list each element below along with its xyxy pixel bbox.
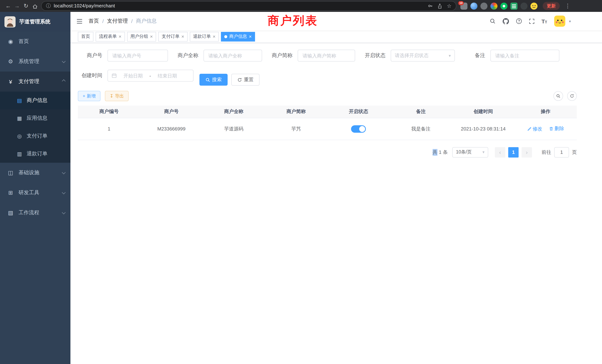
password-key-icon[interactable]: [428, 3, 433, 9]
start-date-input[interactable]: [119, 73, 148, 78]
refresh-icon: [237, 77, 242, 82]
sidebar-item-refund-order[interactable]: ▥ 退款订单: [0, 145, 70, 163]
back-icon[interactable]: ←: [4, 0, 13, 12]
logo-avatar: [4, 16, 16, 27]
tab-home[interactable]: 首页: [78, 32, 93, 41]
sidebar-item-app-info[interactable]: ▦ 应用信息: [0, 109, 70, 127]
download-icon: ↧: [110, 93, 113, 99]
toggle-search-button[interactable]: [553, 91, 563, 101]
merchant-no-label: 商户号: [78, 52, 108, 59]
short-name-input[interactable]: [298, 50, 355, 62]
github-icon[interactable]: [503, 18, 509, 24]
status-select[interactable]: 请选择开启状态 ▾: [391, 50, 455, 62]
sidebar-item-payment[interactable]: ¥ 支付管理: [0, 72, 70, 92]
sidebar-item-merchant-info[interactable]: ▤ 商户信息: [0, 92, 70, 109]
breadcrumb-home[interactable]: 首页: [89, 18, 99, 24]
share-icon[interactable]: [438, 3, 442, 9]
breadcrumb-payment[interactable]: 支付管理: [107, 18, 128, 24]
sidebar-item-label: 系统管理: [19, 58, 39, 65]
merchant-card-icon: ▤: [16, 97, 23, 103]
sidebar-item-devtools[interactable]: ⊞ 研发工具: [0, 183, 70, 203]
close-icon[interactable]: ×: [249, 34, 252, 39]
extension-color-icon[interactable]: [490, 2, 497, 10]
page-unit-label: 页: [572, 149, 577, 156]
page-number-1[interactable]: 1: [508, 147, 519, 157]
extension-green-square-icon[interactable]: [510, 2, 517, 10]
delete-button[interactable]: 删除: [549, 126, 564, 132]
extensions-puzzle-icon[interactable]: 10: [460, 2, 467, 10]
search-icon[interactable]: [490, 18, 495, 24]
tab-pay-order[interactable]: 支付订单 ×: [158, 32, 187, 41]
status-label: 开启状态: [361, 52, 391, 59]
date-range-picker[interactable]: -: [108, 70, 194, 82]
search-button[interactable]: 搜索: [199, 74, 228, 86]
close-icon[interactable]: ×: [181, 34, 184, 39]
browser-menu-icon[interactable]: ⋮: [565, 3, 570, 9]
cell-remark: 我是备注: [390, 118, 452, 140]
bookmark-star-icon[interactable]: ☆: [447, 3, 452, 9]
sidebar-item-system[interactable]: ⚙ 系统管理: [0, 52, 70, 72]
export-button[interactable]: ↧ 导出: [105, 91, 129, 101]
app-logo[interactable]: 芋道管理系统: [0, 12, 70, 32]
browser-update-button[interactable]: 更新: [543, 2, 560, 10]
sidebar-item-pay-order[interactable]: ◎ 支付订单: [0, 127, 70, 145]
page-size-select[interactable]: 10条/页 ▾: [452, 147, 488, 157]
fullscreen-icon[interactable]: [529, 18, 534, 24]
edit-label: 修改: [533, 126, 542, 132]
sidebar-item-label: 支付订单: [27, 133, 47, 139]
merchant-no-input[interactable]: [108, 50, 168, 62]
profile-avatar-icon[interactable]: [530, 2, 538, 10]
sidebar-item-workflow[interactable]: ▧ 工作流程: [0, 203, 70, 223]
col-merchant-no: 商户号: [140, 106, 203, 118]
sidebar-item-label: 研发工具: [19, 189, 39, 196]
extension-green-circle-icon[interactable]: [500, 2, 507, 10]
home-icon[interactable]: [30, 0, 39, 12]
forward-icon[interactable]: →: [13, 0, 22, 12]
close-icon[interactable]: ×: [119, 34, 121, 39]
refund-doc-icon: ▥: [16, 151, 23, 157]
search-icon: [556, 94, 560, 98]
status-switch[interactable]: [351, 125, 366, 132]
total-suffix: 条: [443, 149, 448, 156]
total-prefix: 共: [433, 149, 437, 156]
page-jumper: 前往 页: [542, 147, 577, 157]
end-date-input[interactable]: [153, 73, 182, 78]
reload-icon[interactable]: ↻: [22, 0, 30, 12]
table-toolbar: + 新增 ↧ 导出: [78, 91, 577, 101]
sidebar-item-infra[interactable]: ◫ 基础设施: [0, 163, 70, 183]
sidebar-item-home[interactable]: ◉ 首页: [0, 32, 70, 52]
devtools-icon: ⊞: [7, 189, 14, 196]
tab-merchant-info[interactable]: 商户信息 ×: [221, 32, 255, 41]
help-icon[interactable]: [516, 18, 522, 24]
font-size-icon[interactable]: TT: [541, 18, 547, 24]
browser-chrome: ← → ↻ ⓘ localhost:1024/pay/merchant ☆ 10: [0, 0, 602, 12]
full-name-input[interactable]: [204, 50, 262, 62]
close-icon[interactable]: ×: [213, 34, 215, 39]
add-button[interactable]: + 新增: [78, 91, 100, 101]
prev-page-button[interactable]: ‹: [495, 147, 505, 157]
tab-refund-order[interactable]: 退款订单 ×: [190, 32, 219, 41]
chevron-down-icon: [62, 210, 66, 214]
edit-button[interactable]: 修改: [527, 126, 542, 132]
delete-label: 删除: [555, 126, 564, 132]
next-page-button[interactable]: ›: [522, 147, 532, 157]
address-bar[interactable]: ⓘ localhost:1024/pay/merchant ☆: [42, 1, 456, 10]
refresh-table-button[interactable]: [567, 91, 577, 101]
cell-full-name: 芋道源码: [203, 118, 265, 140]
user-avatar[interactable]: [554, 16, 565, 27]
tab-user-group[interactable]: 用户分组 ×: [127, 32, 156, 41]
tab-process-form[interactable]: 流程表单 ×: [96, 32, 125, 41]
goto-page-input[interactable]: [554, 147, 569, 157]
hamburger-icon[interactable]: [70, 18, 89, 24]
extension-gray-icon[interactable]: [480, 2, 487, 10]
extension-drop-icon[interactable]: [470, 2, 477, 10]
extension-dark-icon[interactable]: [520, 2, 527, 10]
reset-button[interactable]: 重置: [231, 74, 259, 86]
remark-input[interactable]: [490, 50, 559, 62]
sidebar-item-label: 工作流程: [19, 209, 39, 216]
site-info-icon[interactable]: ⓘ: [46, 3, 51, 9]
breadcrumb-current: 商户信息: [136, 18, 157, 24]
extension-toolbar: 10: [460, 2, 538, 10]
close-icon[interactable]: ×: [150, 34, 153, 39]
chevron-down-icon[interactable]: ▾: [569, 19, 571, 23]
